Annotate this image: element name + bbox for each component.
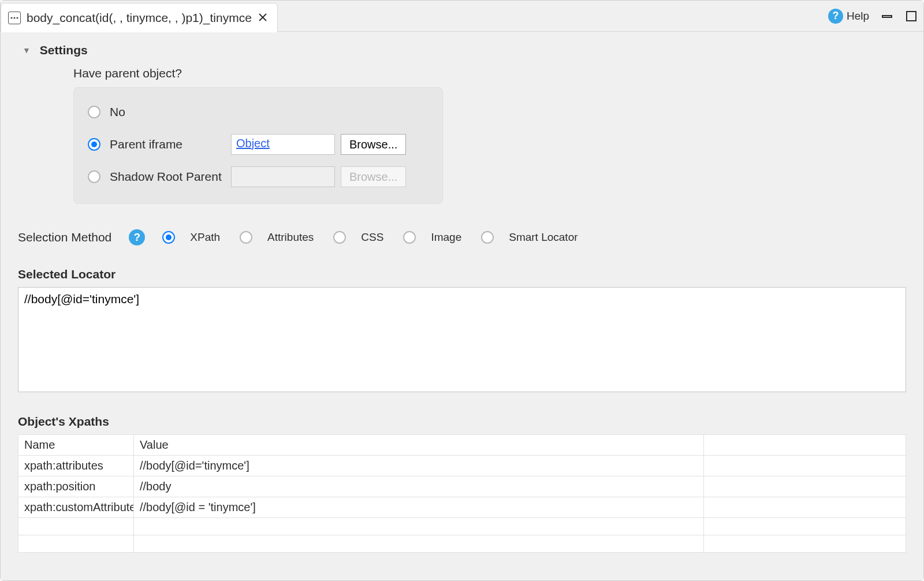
- editor-tab[interactable]: body_concat(id(, , tinymce, , )p1)_tinym…: [1, 3, 278, 32]
- selection-method-options: XPath Attributes CSS Image Smart Locator: [162, 231, 578, 244]
- objects-xpaths-heading: Object's Xpaths: [18, 415, 906, 429]
- table-row[interactable]: xpath:customAttributes //body[@id = 'tin…: [18, 497, 906, 518]
- tabbar-actions: ? Help: [828, 1, 918, 31]
- radio-no[interactable]: [88, 106, 100, 118]
- svg-rect-5: [882, 16, 892, 17]
- collapse-icon[interactable]: ▼: [23, 46, 31, 55]
- selected-locator-heading: Selected Locator: [18, 267, 906, 281]
- parent-question: Have parent object?: [73, 66, 906, 80]
- xpath-value: //body[@id='tinymce']: [134, 456, 704, 476]
- sm-option-xpath[interactable]: XPath: [162, 231, 220, 244]
- selection-method-label: Selection Method: [18, 230, 111, 244]
- xpath-name: xpath:attributes: [18, 456, 134, 476]
- selection-method-help-icon[interactable]: ?: [129, 229, 145, 245]
- radio-image[interactable]: [403, 231, 416, 244]
- radio-css[interactable]: [333, 231, 346, 244]
- sm-option-attributes[interactable]: Attributes: [240, 231, 314, 244]
- shadow-browse-button: Browse...: [341, 166, 406, 187]
- sm-option-css[interactable]: CSS: [333, 231, 383, 244]
- col-empty-header[interactable]: [704, 435, 906, 456]
- radio-image-label: Image: [431, 231, 461, 244]
- iframe-object-link[interactable]: Object: [236, 137, 270, 150]
- table-row[interactable]: [18, 518, 906, 535]
- radio-xpath-label: XPath: [190, 231, 220, 244]
- svg-point-1: [13, 17, 15, 18]
- radio-xpath[interactable]: [162, 231, 175, 244]
- radio-shadow-label: Shadow Root Parent: [110, 170, 231, 184]
- svg-point-0: [10, 17, 12, 18]
- help-button[interactable]: ? Help: [828, 9, 869, 24]
- help-icon: ?: [828, 9, 843, 24]
- xpath-name: xpath:customAttributes: [18, 497, 134, 518]
- svg-point-2: [16, 17, 18, 18]
- radio-css-label: CSS: [361, 231, 383, 244]
- settings-heading: Settings: [40, 43, 88, 57]
- xpath-value: //body: [134, 476, 704, 497]
- table-row[interactable]: xpath:attributes //body[@id='tinymce']: [18, 456, 906, 476]
- iframe-object-input[interactable]: Object: [231, 134, 335, 155]
- selection-method-row: Selection Method ? XPath Attributes CSS: [18, 229, 906, 245]
- radio-iframe[interactable]: [88, 138, 100, 151]
- parent-option-shadow[interactable]: Shadow Root Parent Browse...: [88, 163, 429, 191]
- tab-title: body_concat(id(, , tinymce, , )p1)_tinym…: [27, 11, 252, 25]
- shadow-object-input: [231, 166, 335, 187]
- table-row[interactable]: xpath:position //body: [18, 476, 906, 497]
- object-icon: [8, 12, 21, 24]
- xpaths-header-row: Name Value: [18, 435, 906, 456]
- close-icon[interactable]: [258, 10, 268, 25]
- radio-attributes-label: Attributes: [267, 231, 314, 244]
- minimize-button[interactable]: [881, 10, 893, 23]
- parent-option-no[interactable]: No: [88, 98, 429, 126]
- col-value-header[interactable]: Value: [134, 435, 704, 456]
- settings-header: ▼ Settings: [23, 43, 906, 57]
- editor-body: ▼ Settings Have parent object? No Parent…: [1, 32, 923, 580]
- radio-no-label: No: [110, 105, 231, 119]
- radio-attributes[interactable]: [240, 231, 252, 244]
- radio-shadow[interactable]: [88, 170, 100, 183]
- parent-option-iframe[interactable]: Parent iframe Object Browse...: [88, 131, 429, 158]
- sm-option-smart[interactable]: Smart Locator: [481, 231, 578, 244]
- sm-option-image[interactable]: Image: [403, 231, 461, 244]
- xpaths-table: Name Value xpath:attributes //body[@id='…: [18, 434, 906, 553]
- col-name-header[interactable]: Name: [18, 435, 134, 456]
- radio-smart-label: Smart Locator: [509, 231, 578, 244]
- radio-iframe-label: Parent iframe: [110, 137, 231, 151]
- help-label: Help: [847, 10, 869, 23]
- table-row[interactable]: [18, 535, 906, 553]
- tab-bar: body_concat(id(, , tinymce, , )p1)_tinym…: [1, 1, 923, 32]
- radio-smart[interactable]: [481, 231, 494, 244]
- selected-locator-input[interactable]: [18, 287, 906, 392]
- iframe-browse-button[interactable]: Browse...: [341, 134, 406, 155]
- xpath-name: xpath:position: [18, 476, 134, 497]
- editor-frame: body_concat(id(, , tinymce, , )p1)_tinym…: [0, 0, 924, 581]
- svg-rect-6: [907, 12, 916, 21]
- maximize-button[interactable]: [905, 10, 918, 23]
- parent-panel: No Parent iframe Object Browse... Shadow…: [73, 87, 443, 204]
- xpath-value: //body[@id = 'tinymce']: [134, 497, 704, 518]
